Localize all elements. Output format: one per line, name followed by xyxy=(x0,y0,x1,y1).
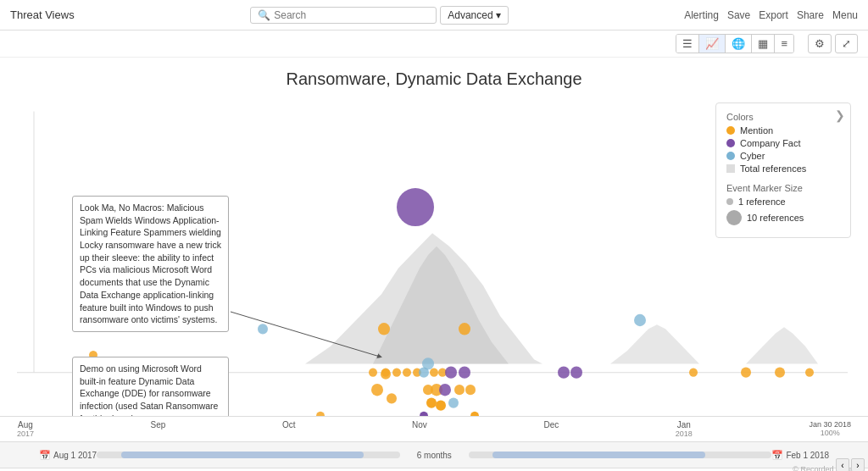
axis-sep: Sep xyxy=(151,420,166,438)
alerting-link[interactable]: Alerting xyxy=(684,9,719,21)
legend-mention: Mention xyxy=(726,125,840,136)
svg-point-12 xyxy=(430,368,438,377)
legend-size-10: 10 references xyxy=(726,210,840,225)
legend-size-1: 1 reference xyxy=(726,197,840,207)
svg-point-35 xyxy=(805,368,814,377)
calendar-start-icon: 📅 xyxy=(39,450,51,461)
axis-jan30: Jan 30 2018 100% xyxy=(809,420,851,438)
nav-next-button[interactable]: › xyxy=(851,458,865,471)
chevron-down-icon: ▾ xyxy=(496,9,501,21)
axis-oct: Oct xyxy=(282,420,296,438)
legend-company-fact: Company Fact xyxy=(726,138,840,148)
list-view-button[interactable]: ≡ xyxy=(775,35,793,53)
svg-point-20 xyxy=(439,384,451,396)
total-ref-rect xyxy=(726,164,735,173)
svg-point-33 xyxy=(741,367,751,377)
legend-colors-title: Colors xyxy=(726,112,840,122)
chart-view-button[interactable]: 📈 xyxy=(699,35,726,53)
expand-button[interactable]: ⤢ xyxy=(835,34,858,53)
legend-size-title: Event Marker Size xyxy=(726,183,840,193)
svg-point-21 xyxy=(454,385,465,395)
svg-point-16 xyxy=(371,384,383,396)
annotation-1: Look Ma, No Macros: Malicious Spam Wield… xyxy=(72,196,229,332)
map-view-button[interactable]: 🌐 xyxy=(726,35,752,53)
threat-views-label: Threat Views xyxy=(10,8,75,21)
nav-actions: Alerting Save Export Share Menu xyxy=(684,9,858,21)
axis-dec: Dec xyxy=(543,420,559,438)
annotation-2: Demo on using Microsoft Word built-in fe… xyxy=(72,357,229,416)
axis-aug: Aug 2017 xyxy=(17,420,34,438)
svg-point-4 xyxy=(258,324,268,334)
search-area: 🔍 Advanced ▾ xyxy=(250,6,508,25)
svg-point-25 xyxy=(459,323,470,335)
chart-title: Ransomware, Dynamic Data Exchange xyxy=(0,58,868,94)
view-toolbar: ☰ 📈 🌐 ▦ ≡ ⚙ ⤢ xyxy=(0,30,868,58)
legend-total-ref: Total references xyxy=(726,163,840,174)
svg-point-31 xyxy=(634,314,646,326)
timeline-end: 📅 Feb 1 2018 xyxy=(771,450,829,461)
nav-arrows: ‹ › xyxy=(836,458,865,471)
legend-box: ❯ Colors Mention Company Fact Cyber Tota… xyxy=(715,103,851,238)
table-view-button[interactable]: ☰ xyxy=(676,35,699,53)
nav-prev-button[interactable]: ‹ xyxy=(836,458,849,471)
svg-point-22 xyxy=(465,385,476,395)
svg-point-30 xyxy=(570,366,582,378)
axis-jan: Jan 2018 xyxy=(676,420,693,438)
top-nav: Threat Views 🔍 Advanced ▾ Alerting Save … xyxy=(0,0,868,30)
calendar-end-icon: 📅 xyxy=(771,450,783,461)
view-toggle-group: ☰ 📈 🌐 ▦ ≡ xyxy=(676,34,794,53)
axis-labels: Aug 2017 Sep Oct Nov Dec Jan 2018 Jan 30… xyxy=(0,417,868,438)
svg-point-37 xyxy=(436,401,446,411)
timeline-center: 6 months xyxy=(417,451,452,460)
size-sm-dot xyxy=(726,198,733,205)
chart-area: Look Ma, No Macros: Malicious Spam Wield… xyxy=(0,94,868,416)
cyber-dot xyxy=(726,152,735,160)
mention-dot xyxy=(726,126,735,135)
svg-point-29 xyxy=(558,366,570,378)
timeline-start: 📅 Aug 1 2017 xyxy=(39,450,97,461)
company-fact-dot xyxy=(726,139,735,147)
svg-point-6 xyxy=(369,368,377,377)
svg-point-34 xyxy=(775,367,785,377)
svg-point-14 xyxy=(445,366,457,378)
svg-point-23 xyxy=(378,323,390,335)
save-link[interactable]: Save xyxy=(727,9,750,21)
svg-point-9 xyxy=(403,368,411,377)
svg-point-17 xyxy=(422,357,434,369)
svg-point-15 xyxy=(459,366,470,378)
timeline-track[interactable] xyxy=(97,452,400,458)
legend-collapse-button[interactable]: ❯ xyxy=(835,108,845,122)
export-link[interactable]: Export xyxy=(759,9,788,21)
advanced-button[interactable]: Advanced ▾ xyxy=(440,6,508,25)
legend-cyber: Cyber xyxy=(726,151,840,161)
settings-button[interactable]: ⚙ xyxy=(808,34,832,53)
timeline-thumb-2[interactable] xyxy=(492,452,704,458)
svg-point-38 xyxy=(448,397,459,407)
timeline-thumb[interactable] xyxy=(121,452,364,458)
menu-link[interactable]: Menu xyxy=(832,9,858,21)
svg-point-36 xyxy=(426,397,437,407)
svg-point-32 xyxy=(689,368,698,377)
search-icon: 🔍 xyxy=(258,9,270,21)
size-lg-dot xyxy=(726,210,742,225)
svg-point-5 xyxy=(397,188,434,226)
search-input[interactable] xyxy=(274,9,426,21)
search-box[interactable]: 🔍 xyxy=(250,7,437,24)
timeline-scrubber[interactable]: 📅 Aug 1 2017 6 months 📅 Feb 1 2018 xyxy=(0,441,868,468)
heatmap-view-button[interactable]: ▦ xyxy=(752,35,775,53)
svg-point-28 xyxy=(381,369,391,380)
axis-nov: Nov xyxy=(412,420,427,438)
timeline-area: Aug 2017 Sep Oct Nov Dec Jan 2018 Jan 30… xyxy=(0,416,868,471)
svg-point-8 xyxy=(392,368,401,377)
timeline-track-2[interactable] xyxy=(469,452,772,458)
share-link[interactable]: Share xyxy=(797,9,824,21)
svg-point-24 xyxy=(387,393,397,403)
